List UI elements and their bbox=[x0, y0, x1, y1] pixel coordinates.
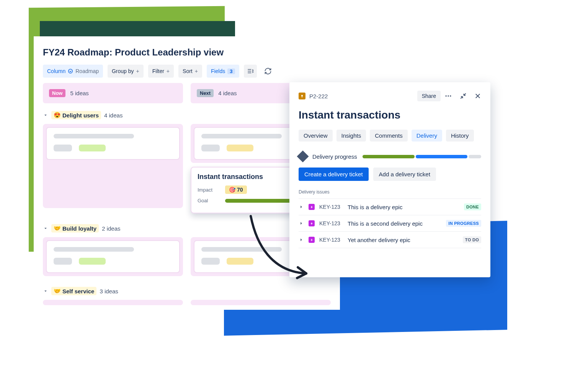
idea-card-placeholder[interactable] bbox=[46, 240, 180, 273]
epic-icon bbox=[309, 204, 315, 210]
plus-icon: + bbox=[167, 68, 170, 74]
collapse-icon[interactable] bbox=[460, 93, 467, 99]
svg-point-5 bbox=[450, 95, 451, 96]
delivery-actions: Create a delivery ticket Add a delivery … bbox=[299, 168, 481, 181]
issue-detail-panel: P2-222 Share Instant transactions Overvi… bbox=[289, 82, 490, 277]
card-slot bbox=[191, 300, 331, 305]
plus-icon: + bbox=[136, 68, 139, 74]
issue-title: This is a delivery epic bbox=[348, 204, 459, 210]
placeholder-line bbox=[201, 134, 282, 138]
impact-badge: 🎯 70 bbox=[225, 185, 247, 194]
panel-tabs: Overview Insights Comments Delivery Hist… bbox=[299, 130, 481, 142]
column-count: 5 ideas bbox=[70, 90, 88, 96]
column-selector[interactable]: Column Roadmap bbox=[43, 65, 103, 78]
column-label: Column bbox=[47, 68, 65, 74]
delivery-issue-row[interactable]: KEY-123This is a delivery epicDONE bbox=[299, 198, 481, 215]
column-header-now[interactable]: Now 5 ideas bbox=[43, 83, 183, 103]
column-tag: Next bbox=[197, 89, 214, 97]
placeholder-pill bbox=[227, 145, 253, 151]
create-delivery-ticket-button[interactable]: Create a delivery ticket bbox=[299, 168, 369, 181]
status-badge: TO DO bbox=[463, 236, 481, 243]
chevron-right-icon bbox=[299, 237, 304, 242]
diamond-icon bbox=[297, 150, 309, 162]
placeholder-pill bbox=[54, 258, 72, 265]
tab-comments[interactable]: Comments bbox=[370, 130, 408, 142]
svg-point-0 bbox=[69, 69, 73, 73]
chevron-down-icon bbox=[43, 112, 48, 118]
placeholder-pill bbox=[79, 258, 106, 265]
group-emoji-badge: 😍 Delight users bbox=[51, 111, 101, 119]
delivery-issue-row[interactable]: KEY-123Yet another delivery epicTO DO bbox=[299, 232, 481, 248]
column-tag: Now bbox=[49, 89, 65, 97]
status-badge: IN PROGRESS bbox=[446, 220, 481, 227]
more-icon[interactable] bbox=[444, 92, 452, 100]
placeholder-pill bbox=[201, 258, 220, 265]
group-header-self-service[interactable]: 🤝 Self service 3 ideas bbox=[34, 279, 340, 300]
delivery-issue-row[interactable]: KEY-123This is a second delivery epicIN … bbox=[299, 215, 481, 232]
card-row-3 bbox=[34, 300, 340, 308]
board-toolbar: Column Roadmap Group by + Filter + Sort … bbox=[34, 65, 340, 83]
svg-point-4 bbox=[448, 95, 449, 96]
column-count: 4 ideas bbox=[218, 90, 237, 96]
refresh-icon-button[interactable] bbox=[261, 65, 274, 78]
placeholder-line bbox=[54, 134, 134, 138]
chevron-down-icon bbox=[43, 226, 48, 231]
svg-rect-2 bbox=[302, 96, 302, 98]
group-count: 2 ideas bbox=[102, 225, 120, 232]
delivery-progress-row: Delivery progress bbox=[299, 152, 481, 161]
epic-icon bbox=[309, 220, 315, 226]
add-delivery-ticket-button[interactable]: Add a delivery ticket bbox=[373, 168, 436, 181]
issue-key[interactable]: P2-222 bbox=[309, 93, 413, 99]
layout-icon bbox=[247, 68, 254, 75]
layout-icon-button[interactable] bbox=[244, 65, 257, 78]
delivery-issues-list: KEY-123This is a delivery epicDONEKEY-12… bbox=[299, 198, 481, 248]
panel-title: Instant transactions bbox=[299, 109, 481, 121]
tab-overview[interactable]: Overview bbox=[299, 130, 333, 142]
delivery-issues-label: Delivery issues bbox=[299, 189, 481, 195]
column-value: Roadmap bbox=[75, 68, 99, 74]
tab-history[interactable]: History bbox=[446, 130, 474, 142]
chevron-right-icon bbox=[299, 204, 304, 210]
group-count: 3 ideas bbox=[100, 288, 118, 294]
plus-icon: + bbox=[195, 68, 198, 74]
issue-key: KEY-123 bbox=[319, 237, 343, 243]
status-badge: DONE bbox=[464, 203, 481, 210]
issue-key: KEY-123 bbox=[319, 204, 343, 210]
card-slot bbox=[43, 300, 183, 305]
chevron-down-icon bbox=[43, 288, 48, 294]
fields-button[interactable]: Fields 3 bbox=[207, 65, 239, 78]
delivery-progress-label: Delivery progress bbox=[312, 153, 357, 160]
chevron-right-icon bbox=[299, 221, 304, 226]
idea-card-placeholder[interactable] bbox=[46, 127, 180, 160]
delivery-progress-bar bbox=[363, 155, 481, 158]
close-icon[interactable] bbox=[474, 93, 481, 99]
filter-button[interactable]: Filter + bbox=[148, 65, 174, 78]
issue-key: KEY-123 bbox=[319, 220, 343, 226]
placeholder-pill bbox=[201, 145, 220, 151]
placeholder-line bbox=[54, 247, 134, 252]
issue-title: Yet another delivery epic bbox=[348, 237, 458, 243]
epic-icon bbox=[309, 237, 315, 243]
svg-point-1 bbox=[301, 95, 303, 96]
target-icon: 🎯 bbox=[229, 187, 235, 193]
refresh-icon bbox=[264, 67, 272, 75]
tab-insights[interactable]: Insights bbox=[336, 130, 366, 142]
card-slot bbox=[43, 124, 183, 208]
placeholder-pill bbox=[54, 145, 72, 151]
placeholder-pill bbox=[79, 145, 106, 151]
placeholder-line bbox=[201, 247, 282, 252]
panel-header: P2-222 Share bbox=[299, 91, 481, 101]
goal-label: Goal bbox=[198, 198, 219, 203]
group-emoji-badge: 🤝 Self service bbox=[51, 287, 96, 295]
chevron-down-icon bbox=[68, 68, 73, 74]
group-count: 4 ideas bbox=[104, 112, 122, 119]
fields-count-badge: 3 bbox=[227, 68, 235, 74]
tab-delivery[interactable]: Delivery bbox=[412, 130, 442, 142]
board-title: FY24 Roadmap: Product Leadership view bbox=[34, 36, 340, 65]
share-button[interactable]: Share bbox=[417, 91, 441, 101]
sort-button[interactable]: Sort + bbox=[178, 65, 202, 78]
placeholder-pill bbox=[227, 258, 253, 265]
group-emoji-badge: 🤝 Build loyalty bbox=[51, 224, 99, 233]
group-by-button[interactable]: Group by + bbox=[108, 65, 144, 78]
svg-point-3 bbox=[446, 95, 447, 96]
